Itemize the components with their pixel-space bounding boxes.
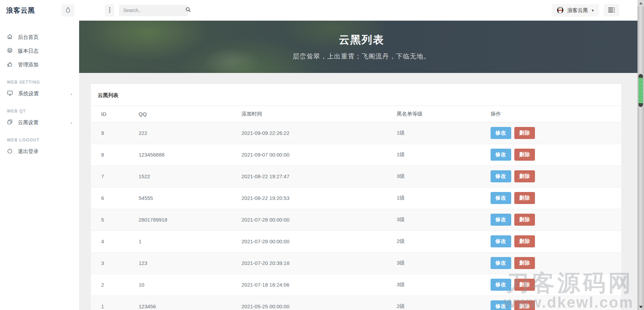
user-name: 浪客云黑 [567,7,588,14]
cell-qq: 2801789918 [139,209,242,231]
sidebar-item-label: 版本日志 [18,48,39,54]
search-icon[interactable] [185,7,191,14]
cell-qq: 1 [139,231,242,252]
cell-qq: 222 [139,122,242,144]
page-scrollbar[interactable] [637,0,644,310]
sidebar-item-label: 云黑设置 [18,119,39,126]
edit-button[interactable]: 修改 [491,192,511,204]
edit-button[interactable]: 修改 [491,149,511,161]
sidebar-item-system-settings[interactable]: 系统设置 ‹ [0,87,79,100]
cell-actions: 修改 删除 [491,252,621,274]
delete-button[interactable]: 删除 [514,279,535,291]
cell-added-time: 2021-07-18 18:24:06 [242,274,397,296]
delete-button[interactable]: 删除 [514,235,535,247]
edit-button[interactable]: 修改 [491,300,511,310]
list-icon [608,8,615,13]
theme-drop-button[interactable] [62,4,74,17]
header-qq: QQ [139,106,242,122]
cell-id: 9 [91,122,139,144]
topbar: 浪客云黑 ▼ [79,0,644,21]
table-row: 3 123 2021-07-20 20:39:18 3级 修改 删除 [91,252,621,274]
hero-banner: 云黑列表 层峦耸翠，上出重霄；飞阁流丹，下临无地。 [79,21,644,73]
delete-button[interactable]: 删除 [514,300,535,310]
edit-button[interactable]: 修改 [491,257,511,269]
sidebar-item-label: 后台首页 [18,34,39,41]
scrollbar-thumb[interactable] [638,74,643,107]
edit-button[interactable]: 修改 [491,127,511,139]
sidebar-item-cloudblack-settings[interactable]: 云黑设置 ‹ [0,116,79,129]
cell-id: 5 [91,209,139,231]
search-box [119,5,188,16]
table-row: 2 10 2021-07-18 18:24:06 3级 修改 删除 [91,274,621,296]
table-row: 8 123456888 2021-09-07 00:00:00 1级 修改 删除 [91,144,621,165]
nav-list-button[interactable] [604,4,619,17]
header-level: 黑名单等级 [397,106,491,122]
avatar [556,6,564,15]
cell-actions: 修改 删除 [491,187,621,209]
cell-added-time: 2021-09-09 22:26:22 [242,122,397,144]
cell-id: 2 [91,274,139,296]
delete-button[interactable]: 删除 [514,214,535,226]
main-area: 浪客云黑 ▼ 云黑列表 层峦耸翠，上出重霄；飞阁流丹，下临无地。 云黑列表 [79,0,644,310]
sidebar-section-web-logout: WEB LOGOUT [0,129,79,145]
cell-added-time: 2021-08-22 19:27:47 [242,165,397,187]
cell-id: 7 [91,165,139,187]
cell-added-time: 2021-07-28 00:00:00 [242,231,397,252]
cell-level: 1级 [397,187,491,209]
chevron-down-icon: ▼ [591,9,594,12]
sidebar-item-label: 退出登录 [18,148,39,155]
cell-level: 2级 [397,296,491,310]
delete-button[interactable]: 删除 [514,170,535,182]
cell-level: 3级 [397,252,491,274]
triangle-down-icon [639,306,643,308]
home-icon [7,34,13,41]
scrollbar-down-arrow[interactable] [637,304,644,310]
more-menu-button[interactable] [105,4,114,17]
user-menu-button[interactable]: 浪客云黑 ▼ [552,4,599,17]
sidebar-item-logout[interactable]: 退出登录 [0,145,79,158]
scrollbar-up-arrow[interactable] [637,0,644,6]
cell-actions: 修改 删除 [491,122,621,144]
blacklist-card: 云黑列表 ID QQ 添加时间 黑名单等级 操作 9 222 2021- [91,84,621,310]
header-id: ID [91,106,139,122]
monitor-icon [7,90,13,97]
chevron-left-icon: ‹ [71,120,72,126]
delete-button[interactable]: 删除 [514,127,535,139]
edit-button[interactable]: 修改 [491,170,511,182]
table-header-row: ID QQ 添加时间 黑名单等级 操作 [91,106,621,122]
cell-qq: 123 [139,252,242,274]
header-actions: 操作 [491,106,621,122]
cell-level: 3级 [397,209,491,231]
delete-button[interactable]: 删除 [514,192,535,204]
brand-logo: 浪客云黑 [6,6,35,15]
app-window: 浪客云黑 后台首页 版本日志 [0,0,644,310]
search-input[interactable] [123,8,185,13]
cell-actions: 修改 删除 [491,296,621,310]
cell-qq: 123456 [139,296,242,310]
sidebar-item-changelog[interactable]: 版本日志 [0,44,79,58]
blacklist-table: ID QQ 添加时间 黑名单等级 操作 9 222 2021-09-09 22:… [91,106,621,310]
cell-id: 4 [91,231,139,252]
table-row: 5 2801789918 2021-07-28 00:00:00 3级 修改 删… [91,209,621,231]
delete-button[interactable]: 删除 [514,149,535,161]
delete-button[interactable]: 删除 [514,257,535,269]
sidebar: 浪客云黑 后台首页 版本日志 [0,0,79,310]
cell-level: 3级 [397,274,491,296]
sidebar-item-admin-add[interactable]: 管理添加 [0,58,79,72]
layers-icon [7,47,13,54]
sidebar-item-label: 管理添加 [18,62,39,68]
edit-button[interactable]: 修改 [491,214,511,226]
sidebar-item-dashboard[interactable]: 后台首页 [0,30,79,44]
edit-button[interactable]: 修改 [491,235,511,247]
content-area: 云黑列表 ID QQ 添加时间 黑名单等级 操作 9 222 2021- [79,73,644,310]
cell-qq: 54555 [139,187,242,209]
cell-level: 1级 [397,144,491,165]
sidebar-section-web-setting: WEB SETTING [0,72,79,87]
table-body: 9 222 2021-09-09 22:26:22 1级 修改 删除 8 123… [91,122,621,310]
table-row: 9 222 2021-09-09 22:26:22 1级 修改 删除 [91,122,621,144]
cell-added-time: 2021-09-07 00:00:00 [242,144,397,165]
copy-icon [7,119,13,126]
power-icon [7,148,13,155]
hero-subtitle: 层峦耸翠，上出重霄；飞阁流丹，下临无地。 [293,52,430,61]
edit-button[interactable]: 修改 [491,279,511,291]
